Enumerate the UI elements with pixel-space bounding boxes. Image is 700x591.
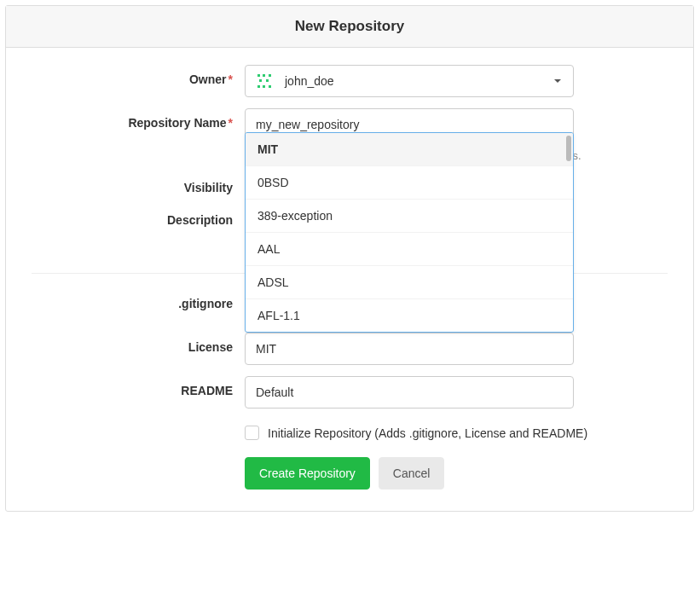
panel-header: New Repository <box>6 6 693 48</box>
initialize-checkbox[interactable] <box>245 426 259 440</box>
license-option[interactable]: ADSL <box>246 266 573 299</box>
initialize-row: Initialize Repository (Adds .gitignore, … <box>32 420 668 440</box>
svg-rect-5 <box>257 85 260 88</box>
gitignore-label: .gitignore <box>32 289 245 310</box>
svg-rect-2 <box>269 74 271 77</box>
new-repository-panel: New Repository Owner* <box>5 5 694 512</box>
svg-rect-3 <box>259 79 262 82</box>
owner-row: Owner* <box>32 65 668 97</box>
avatar-icon <box>256 72 273 90</box>
license-select[interactable]: MIT <box>245 333 574 365</box>
required-marker: * <box>229 116 233 130</box>
svg-rect-7 <box>269 85 271 88</box>
initialize-checkbox-label[interactable]: Initialize Repository (Adds .gitignore, … <box>268 426 587 440</box>
owner-label: Owner* <box>32 65 245 86</box>
panel-body: Owner* <box>6 48 693 511</box>
caret-down-icon <box>554 79 561 83</box>
license-option[interactable]: 0BSD <box>246 166 573 200</box>
license-option[interactable]: AAL <box>246 233 573 266</box>
readme-row: README Default <box>32 376 668 408</box>
cancel-button[interactable]: Cancel <box>379 457 445 490</box>
readme-value: Default <box>256 385 293 399</box>
create-repository-button[interactable]: Create Repository <box>245 457 370 490</box>
button-row: Create Repository Cancel <box>32 457 668 490</box>
owner-value: john_doe <box>285 74 334 88</box>
license-label: License <box>32 333 245 354</box>
required-marker: * <box>229 72 233 86</box>
page-title: New Repository <box>6 18 693 35</box>
svg-rect-4 <box>266 79 269 82</box>
owner-select[interactable]: john_doe <box>245 65 574 97</box>
license-value: MIT <box>256 342 276 356</box>
readme-label: README <box>32 376 245 397</box>
license-option[interactable]: 389-exception <box>246 200 573 233</box>
svg-rect-6 <box>263 85 265 88</box>
repo-name-label: Repository Name* <box>32 108 245 130</box>
visibility-label: Visibility <box>32 173 245 194</box>
license-option[interactable]: AFL-1.1 <box>246 299 573 332</box>
license-dropdown: MIT 0BSD 389-exception AAL ADSL AFL-1.1 <box>245 132 574 333</box>
svg-rect-1 <box>263 74 265 77</box>
license-option[interactable]: MIT <box>246 133 573 166</box>
description-label: Description <box>32 206 245 227</box>
readme-select[interactable]: Default <box>245 376 574 408</box>
scrollbar-thumb[interactable] <box>566 136 571 161</box>
svg-rect-0 <box>257 74 260 77</box>
license-row: License MIT MIT 0BSD 389-exception AAL A… <box>32 333 668 365</box>
